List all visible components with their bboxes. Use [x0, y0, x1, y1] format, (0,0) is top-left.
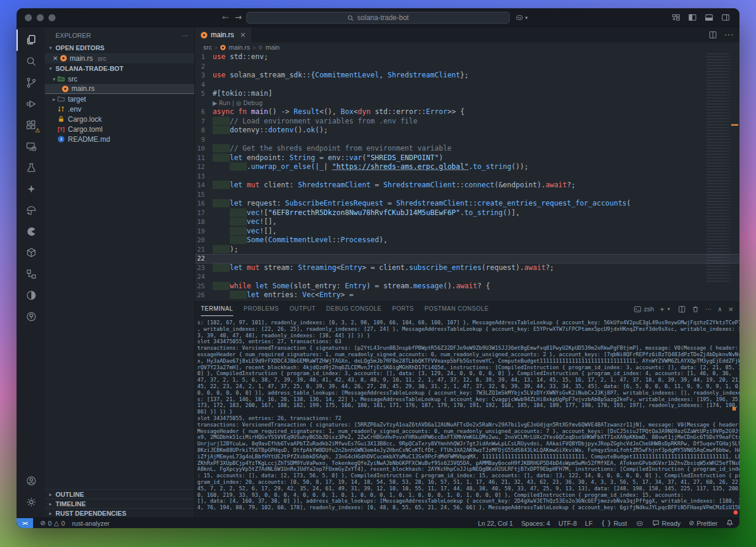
minimap[interactable] [706, 53, 731, 284]
editor-more-actions-icon[interactable]: ··· [724, 30, 734, 40]
activity-gitlens[interactable] [17, 285, 45, 306]
breadcrumb[interactable]: src›main.rs›◇main [195, 43, 739, 52]
new-terminal-button[interactable]: +▾ [660, 305, 672, 314]
customize-layout-icon[interactable] [672, 13, 680, 22]
command-center[interactable]: solana-trade-bot [246, 12, 510, 24]
panel-tab-debug-console[interactable]: DEBUG CONSOLE [326, 302, 382, 316]
eol-status[interactable]: LF [585, 520, 593, 527]
tree-item-target[interactable]: ▸target [45, 94, 194, 104]
panel-tab-terminal[interactable]: TERMINAL [201, 302, 233, 316]
tree-item-main-rs[interactable]: main.rs [45, 84, 194, 94]
rust-analyzer-status[interactable]: Ready [652, 519, 681, 527]
code-line[interactable]: 17 vec!["6EF8rrecthR5Dkzon8Nwu78hRvfCKub… [195, 209, 739, 218]
activity-remote-explorer[interactable] [17, 136, 45, 157]
code-line[interactable]: 2 [195, 62, 739, 71]
panel-tab-postman-console[interactable]: POSTMAN CONSOLE [425, 302, 489, 316]
kill-terminal-icon[interactable] [692, 305, 699, 313]
open-editor-item[interactable]: × main.rs src [45, 53, 194, 63]
copilot-status[interactable] [636, 519, 644, 528]
code-line[interactable]: 6async fn main() -> Result<(), Box<dyn s… [195, 108, 739, 117]
activity-github[interactable] [17, 306, 45, 327]
codelens-row[interactable]: ▶ Run | ◎ Debug [195, 99, 739, 108]
code-line[interactable]: 9 [195, 135, 739, 145]
code-line[interactable]: 21 ); [195, 245, 739, 255]
code-line[interactable]: 1use std::env; [195, 53, 739, 62]
code-line[interactable]: 20 Some(CommitmentLevel::Processed), [195, 236, 739, 245]
explorer-more-actions[interactable]: ··· [182, 32, 188, 39]
section-outline[interactable]: ▸OUTLINE [45, 489, 194, 499]
breadcrumb-item[interactable]: main.rs [229, 44, 250, 51]
code-line[interactable]: 19 vec![], [195, 227, 739, 236]
code-line[interactable]: 15 [195, 190, 739, 200]
code-line[interactable]: 4 [195, 80, 739, 90]
problems-status[interactable]: ⊘ 0 △ 0 [40, 519, 65, 527]
panel-tab-problems[interactable]: PROBLEMS [244, 302, 279, 316]
remote-indicator[interactable]: >< [17, 518, 33, 529]
breadcrumb-item[interactable]: src [203, 44, 212, 51]
minimize-window-button[interactable] [37, 14, 44, 21]
code-line[interactable]: 23 let mut stream: Streaming<Entry> = cl… [195, 263, 739, 273]
encoding-status[interactable]: UTF-8 [558, 520, 576, 527]
code-line[interactable]: 8 dotenvy::dotenv().ok(); [195, 126, 739, 135]
panel-more-actions-icon[interactable]: ··· [705, 305, 712, 312]
notifications-button[interactable] [726, 519, 734, 527]
panel-tab-ports[interactable]: PORTS [392, 302, 414, 316]
maximize-panel-icon[interactable]: ∧ [718, 305, 722, 313]
indentation-status[interactable]: Spaces: 4 [521, 520, 550, 527]
prettier-status[interactable]: ⊘ Prettier [689, 519, 718, 527]
language-server-status[interactable]: rust-analyzer [72, 520, 110, 527]
breadcrumb-item[interactable]: main [265, 44, 279, 51]
activity-copilot-chat[interactable] [17, 178, 45, 200]
close-editor-icon[interactable]: × [52, 54, 58, 62]
activity-search[interactable] [17, 51, 45, 72]
copilot-menu[interactable]: ▾ [515, 13, 528, 22]
activity-source-control[interactable] [17, 72, 45, 93]
settings-button[interactable] [17, 491, 45, 513]
activity-testing[interactable] [17, 157, 45, 178]
activity-run-debug[interactable] [17, 93, 45, 115]
traffic-lights[interactable] [25, 14, 56, 21]
split-editor-icon[interactable] [709, 31, 717, 39]
split-terminal-icon[interactable] [678, 305, 686, 313]
open-editors-header[interactable]: ▾ OPEN EDITORS [45, 43, 194, 53]
close-panel-icon[interactable]: × [728, 305, 734, 313]
code-line[interactable]: 16 let request: SubscribeEntriesRequest … [195, 199, 739, 209]
code-line[interactable]: 13 [195, 172, 739, 181]
language-mode[interactable]: { }Rust [601, 519, 627, 527]
tree-item-cargo-toml[interactable]: [T]Cargo.toml [45, 124, 194, 134]
close-window-button[interactable] [25, 14, 32, 21]
code-line[interactable]: 3use solana_stream_sdk::{CommitmentLevel… [195, 71, 739, 80]
terminal-output[interactable]: s: [102, 67, 97, 101], readonly_indexes:… [195, 316, 739, 515]
code-line[interactable]: 14 let mut client: ShredstreamClient = S… [195, 181, 739, 190]
code-line[interactable]: 26 let entries: Vec<Entry> = [195, 291, 739, 300]
back-icon[interactable]: ← [222, 12, 229, 22]
tree-item-src[interactable]: ▾src [45, 74, 194, 84]
activity-circle-notch-extension[interactable] [17, 221, 45, 242]
code-line[interactable]: 24 [195, 272, 739, 282]
activity-explorer[interactable] [17, 30, 45, 51]
tree-item-cargo-lock[interactable]: Cargo.lock [45, 114, 194, 124]
activity-hierarchy[interactable] [17, 263, 45, 285]
code-line[interactable]: 11 let endpoint: String = env::var("SHRE… [195, 154, 739, 163]
toggle-panel-icon[interactable] [705, 13, 713, 22]
tree-item--env[interactable]: .env [45, 104, 194, 114]
forward-icon[interactable]: → [235, 12, 242, 22]
cursor-position[interactable]: Ln 22, Col 1 [478, 520, 513, 527]
code-line[interactable]: 5#[tokio::main] [195, 89, 739, 99]
section-timeline[interactable]: ▸TIMELINE [45, 499, 194, 508]
tree-item-readme-md[interactable]: iREADME.md [45, 134, 194, 144]
panel-tab-output[interactable]: OUTPUT [289, 302, 315, 316]
code-editor[interactable]: 1use std::env;23use solana_stream_sdk::{… [195, 52, 739, 301]
terminal-instance[interactable]: zsh [634, 305, 654, 313]
toggle-primary-sidebar-icon[interactable] [688, 13, 697, 22]
toggle-secondary-sidebar-icon[interactable] [721, 13, 730, 22]
section-rust-dependencies[interactable]: ▸RUST DEPENDENCIES [45, 508, 194, 517]
code-line[interactable]: 25 while let Some(slot_entry: Entry) = s… [195, 282, 739, 291]
code-line[interactable]: 10 // Get the shreds endpoint from envir… [195, 144, 739, 154]
account-button[interactable] [17, 470, 45, 491]
activity-dependencies[interactable] [17, 242, 45, 263]
zoom-window-button[interactable] [48, 14, 56, 21]
project-section-header[interactable]: ▾ SOLANA-TRADE-BOT [45, 63, 194, 74]
code-line[interactable]: 7 // Load environment variables from .en… [195, 117, 739, 126]
tab-main-rs[interactable]: main.rs × [195, 27, 252, 43]
